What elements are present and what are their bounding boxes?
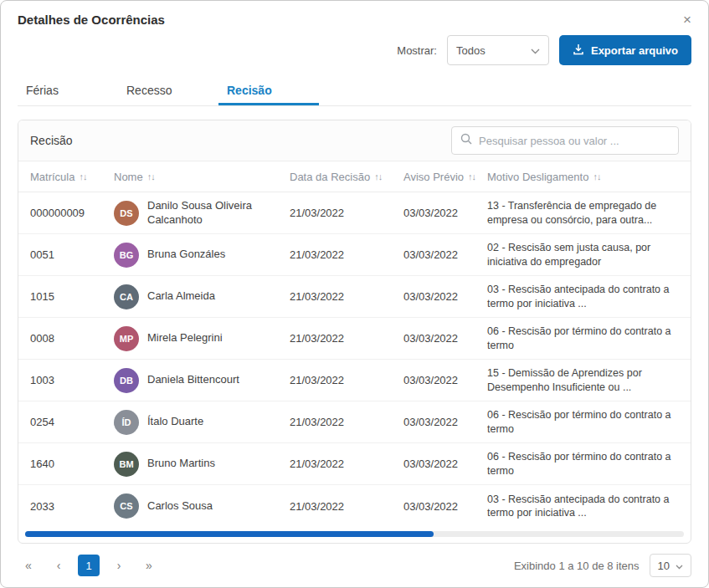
column-header-aviso-previo[interactable]: Aviso Prévio ↑↓ [403, 171, 487, 183]
table-card-header: Recisão [18, 120, 691, 161]
motivo-desligamento-cell: 03 - Rescisão antecipada do contrato a t… [487, 283, 679, 310]
aviso-previo-cell: 03/03/2022 [403, 207, 487, 219]
motivo-desligamento-cell: 03 - Rescisão antecipada do contrato a t… [487, 493, 679, 520]
matricula-cell: 1003 [30, 374, 114, 386]
avatar: MP [114, 326, 139, 351]
pagination-summary: Exibindo 1 a 10 de 8 itens 10 [514, 554, 691, 577]
employee-name: Bruno Martins [147, 457, 215, 470]
matricula-cell: 1015 [30, 290, 114, 303]
employee-name: Carlos Sousa [147, 499, 213, 513]
page-1-button[interactable]: 1 [78, 555, 100, 576]
avatar: CS [114, 493, 139, 519]
motivo-desligamento-cell: 02 - Rescisão sem justa causa, por inici… [487, 241, 679, 268]
aviso-previo-cell: 03/03/2022 [403, 332, 487, 345]
nome-cell: CA Carla Almeida [114, 284, 290, 309]
avatar: CA [114, 284, 139, 309]
employee-name: Mirela Pelegrini [147, 331, 223, 345]
motivo-desligamento-cell: 06 - Rescisão por término do contrato a … [487, 450, 679, 478]
table-body: 000000009 DS Danilo Sousa Oliveira Calca… [18, 192, 691, 527]
horizontal-scrollbar-thumb[interactable] [25, 531, 434, 537]
export-button[interactable]: Exportar arquivo [559, 35, 691, 65]
sort-icon[interactable]: ↑↓ [147, 171, 155, 182]
matricula-cell: 000000009 [30, 207, 114, 219]
table-row[interactable]: 0051 BG Bruna Gonzáles 21/03/2022 03/03/… [18, 234, 691, 276]
pagination-controls: « ‹ 1 › » [18, 555, 160, 576]
column-header-data-recisao[interactable]: Data da Recisão ↑↓ [290, 171, 403, 183]
employee-name: Daniela Bittencourt [147, 373, 239, 386]
employee-name: Carla Almeida [147, 289, 215, 303]
pagination: « ‹ 1 › » Exibindo 1 a 10 de 8 itens 10 [18, 554, 691, 587]
page-size-value: 10 [658, 560, 670, 572]
table-row[interactable]: 1015 CA Carla Almeida 21/03/2022 03/03/2… [18, 276, 691, 318]
employee-name: Bruna Gonzáles [147, 248, 225, 261]
matricula-cell: 2033 [30, 500, 114, 513]
matricula-cell: 0051 [30, 248, 114, 261]
nome-cell: MP Mirela Pelegrini [114, 326, 290, 351]
horizontal-scrollbar [25, 531, 684, 537]
previous-page-button[interactable]: ‹ [48, 555, 69, 576]
data-recisao-cell: 21/03/2022 [290, 374, 403, 386]
download-icon [573, 43, 584, 58]
motivo-desligamento-cell: 06 - Rescisão por término do contrato a … [487, 325, 679, 352]
next-page-button[interactable]: › [108, 555, 130, 576]
avatar: ÍD [114, 410, 139, 435]
table-row[interactable]: 1640 BM Bruno Martins 21/03/2022 03/03/2… [18, 443, 691, 485]
nome-cell: DB Daniela Bittencourt [114, 368, 290, 393]
mostrar-label: Mostrar: [397, 44, 437, 57]
avatar: BM [114, 452, 139, 477]
tab-ferias[interactable]: Férias [18, 77, 118, 105]
mostrar-select-value: Todos [456, 44, 486, 57]
aviso-previo-cell: 03/03/2022 [403, 500, 487, 513]
aviso-previo-cell: 03/03/2022 [403, 458, 487, 470]
employee-name: Danilo Sousa Oliveira Calcanhoto [147, 199, 280, 227]
employee-name: Ítalo Duarte [147, 415, 203, 428]
table-row[interactable]: 2033 CS Carlos Sousa 21/03/2022 03/03/20… [18, 485, 691, 527]
table-row[interactable]: 0008 MP Mirela Pelegrini 21/03/2022 03/0… [18, 318, 691, 360]
nome-cell: BG Bruna Gonzáles [114, 243, 290, 268]
export-button-label: Exportar arquivo [591, 44, 678, 57]
first-page-button[interactable]: « [18, 555, 39, 576]
sort-icon[interactable]: ↑↓ [468, 171, 475, 182]
matricula-cell: 0008 [30, 332, 114, 345]
search-box [451, 126, 679, 155]
matricula-cell: 1640 [30, 458, 114, 470]
items-count-label: Exibindo 1 a 10 de 8 itens [514, 560, 640, 572]
table-header-row: Matrícula ↑↓ Nome ↑↓ Data da Recisão ↑↓ … [18, 161, 691, 192]
tab-recesso[interactable]: Recesso [118, 77, 218, 105]
table-title: Recisão [30, 134, 73, 147]
nome-cell: ÍD Ítalo Duarte [114, 410, 290, 435]
mostrar-select[interactable]: Todos [447, 35, 549, 65]
sort-icon[interactable]: ↑↓ [593, 171, 600, 182]
sort-icon[interactable]: ↑↓ [374, 171, 382, 182]
table-row[interactable]: 0254 ÍD Ítalo Duarte 21/03/2022 03/03/20… [18, 401, 691, 443]
toolbar: Mostrar: Todos Exportar arquivo [18, 35, 691, 65]
page-size-select[interactable]: 10 [650, 554, 691, 577]
motivo-desligamento-cell: 15 - Demissão de Aprendizes por Desempen… [487, 366, 679, 394]
modal-header: Detalhes de Ocorrências × [18, 1, 691, 27]
nome-cell: DS Danilo Sousa Oliveira Calcanhoto [114, 199, 290, 227]
motivo-desligamento-cell: 13 - Transferência de empregado de empre… [487, 199, 679, 227]
aviso-previo-cell: 03/03/2022 [403, 374, 487, 386]
column-header-matricula[interactable]: Matrícula ↑↓ [30, 171, 114, 183]
page-title: Detalhes de Ocorrências [18, 13, 165, 27]
nome-cell: BM Bruno Martins [114, 452, 290, 477]
motivo-desligamento-cell: 06 - Rescisão por término do contrato a … [487, 408, 679, 436]
last-page-button[interactable]: » [138, 555, 160, 576]
table-row[interactable]: 000000009 DS Danilo Sousa Oliveira Calca… [18, 192, 691, 234]
data-recisao-cell: 21/03/2022 [290, 458, 403, 470]
chevron-down-icon [531, 44, 540, 57]
tab-bar: Férias Recesso Recisão [18, 77, 691, 106]
column-header-motivo-desligamento[interactable]: Motivo Desligamento ↑↓ [487, 171, 679, 183]
close-icon[interactable]: × [683, 13, 691, 27]
data-recisao-cell: 21/03/2022 [290, 332, 403, 345]
search-input[interactable] [479, 135, 670, 147]
avatar: DS [114, 201, 139, 226]
column-header-nome[interactable]: Nome ↑↓ [114, 171, 290, 183]
tab-recisao[interactable]: Recisão [218, 77, 319, 105]
aviso-previo-cell: 03/03/2022 [403, 416, 487, 428]
sort-icon[interactable]: ↑↓ [79, 171, 86, 182]
search-icon [460, 133, 472, 148]
aviso-previo-cell: 03/03/2022 [403, 290, 487, 303]
data-recisao-cell: 21/03/2022 [290, 290, 403, 303]
table-row[interactable]: 1003 DB Daniela Bittencourt 21/03/2022 0… [18, 360, 691, 401]
